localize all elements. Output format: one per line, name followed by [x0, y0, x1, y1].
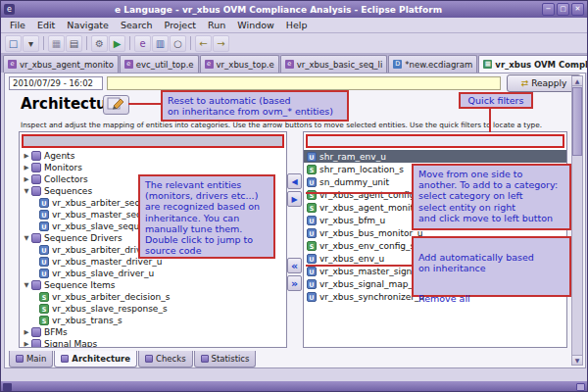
entity-label: shr_ram_env_u	[319, 152, 386, 162]
entity-filter-input[interactable]	[306, 134, 564, 148]
move-all-left-button[interactable]: «	[287, 258, 302, 273]
window-title: e Language - vr_xbus OVM Compliance Anal…	[17, 5, 540, 15]
collapse-icon[interactable]: ▼	[22, 187, 31, 195]
move-right-button[interactable]: ▶	[287, 191, 302, 207]
entity-label: vr_xbus_env_config_s	[319, 241, 415, 251]
menu-window[interactable]: Window	[231, 19, 279, 31]
search-icon[interactable]: ○	[170, 35, 186, 52]
file-icon: e	[8, 60, 17, 69]
title-bar[interactable]: e e Language - vr_xbus OVM Compliance An…	[1, 1, 587, 18]
expand-icon[interactable]: ▶	[22, 328, 31, 336]
analysis-message-field[interactable]	[107, 76, 501, 90]
tree-entity-row[interactable]: Svr_xbus_arbiter_decision_s	[20, 291, 286, 303]
menu-edit[interactable]: Edit	[31, 19, 61, 31]
editor-tab-vr-xbus-ovm-complian[interactable]: ▦vr_xbus OVM Complian✕	[478, 55, 588, 73]
editor-tab-vr-xbus-basic-seq-li[interactable]: evr_xbus_basic_seq_li	[280, 55, 388, 73]
reset-to-automatic-button[interactable]	[103, 95, 129, 115]
entity-label: vr_xbus_synchronizer_u	[319, 292, 424, 302]
reapply-label: Reapply	[531, 78, 566, 88]
tree-category-row[interactable]: ▶Signal Maps	[20, 338, 286, 348]
view-tab-checks[interactable]: Checks	[138, 351, 193, 368]
view-tab-main[interactable]: Main	[9, 351, 53, 368]
add-auto-note: Add automatically based on inheritance	[418, 252, 564, 273]
editor-tab-bar: evr_xbus_agent_monitoeevc_util_top.eevr_…	[1, 54, 587, 73]
print-icon[interactable]: ▤	[66, 35, 82, 52]
expand-icon[interactable]: ▶	[22, 175, 31, 183]
expand-icon[interactable]: ▶	[22, 164, 31, 172]
refresh-icon: ⇄	[521, 78, 529, 88]
build-icon[interactable]: ⚙	[91, 35, 108, 52]
category-label: Sequences	[44, 186, 92, 196]
menu-search[interactable]: Search	[115, 19, 159, 31]
category-icon	[31, 280, 41, 290]
add-remove-connector	[306, 265, 412, 267]
entity-type-icon: U	[39, 257, 49, 267]
run-icon[interactable]: ▶	[109, 35, 125, 52]
category-filter-input[interactable]	[22, 134, 284, 148]
collapse-icon[interactable]: ▼	[22, 281, 31, 289]
menu-project[interactable]: Project	[159, 19, 203, 31]
entity-type-icon: U	[39, 198, 49, 208]
toolbar-icons: □▾▦▤⚙▶e▥○←→	[1, 33, 587, 54]
list-item[interactable]: Ushr_ram_env_u	[304, 150, 566, 163]
expand-icon[interactable]: ▶	[22, 152, 31, 160]
tree-category-row[interactable]: ▼Sequence Items	[20, 279, 286, 291]
menu-file[interactable]: File	[4, 19, 31, 31]
menu-navigate[interactable]: Navigate	[61, 19, 115, 31]
reset-callout: Reset to automatic (based on inheritance…	[161, 90, 349, 122]
tree-entity-row[interactable]: Svr_xbus_slave_response_s	[20, 303, 286, 315]
entity-type-icon: U	[307, 177, 317, 187]
move-all-right-button[interactable]: »	[287, 275, 302, 291]
maximize-button[interactable]: ▢	[557, 3, 569, 16]
entity-type-icon: S	[307, 165, 317, 174]
scrollbar-down-icon[interactable]: ▼	[572, 355, 582, 365]
tree-category-row[interactable]: ▶Agents	[20, 150, 286, 162]
entity-type-icon: U	[39, 221, 49, 231]
resize-grip[interactable]	[576, 383, 585, 391]
editor-tab-vr-xbus-agent-monito[interactable]: evr_xbus_agent_monito	[3, 55, 119, 73]
category-icon	[31, 339, 41, 348]
close-button[interactable]: ✕	[571, 3, 584, 16]
entity-type-icon: U	[39, 245, 49, 255]
move-callout: Move from one side to another. To add to…	[412, 164, 571, 230]
tree-entity-row[interactable]: Svr_xbus_trans_s	[20, 315, 286, 326]
entity-type-icon: U	[39, 210, 49, 220]
quick-filters-callout: Quick filters	[459, 92, 533, 109]
tree-category-row[interactable]: ▶BFMs	[20, 326, 286, 338]
expand-icon[interactable]: ▶	[22, 340, 31, 348]
new-wizard-icon[interactable]: □	[5, 35, 22, 52]
save-icon[interactable]: ▦	[48, 35, 65, 52]
editor-tab-new-ecdiagram[interactable]: D*new.ecdiagram	[388, 55, 477, 73]
menu-bar: FileEditNavigateSearchProjectRunWindowHe…	[1, 18, 587, 33]
reapply-button[interactable]: ⇄ Reapply	[507, 74, 581, 92]
category-icon	[31, 174, 41, 184]
analysis-timestamp-field[interactable]: 2010/07/29 - 16:02	[9, 76, 103, 90]
scrollbar-thumb[interactable]	[572, 87, 582, 156]
new-diagram-icon[interactable]: ▥	[152, 35, 169, 52]
category-icon	[31, 233, 41, 243]
category-label: Sequence Drivers	[44, 233, 122, 243]
view-tab-statistics[interactable]: Statistics	[194, 351, 257, 368]
scrollbar-up-icon[interactable]: ▲	[572, 76, 582, 86]
minimize-button[interactable]: −	[542, 3, 555, 16]
collapse-icon[interactable]: ▼	[22, 234, 31, 242]
tree-category-row[interactable]: ▶Monitors	[20, 162, 286, 173]
entity-type-icon: U	[307, 216, 317, 225]
file-icon: D	[393, 60, 402, 69]
editor-tab-evc-util-top-e[interactable]: eevc_util_top.e	[120, 55, 199, 73]
move-left-button[interactable]: ◀	[287, 173, 302, 189]
view-tab-architecture[interactable]: Architecture	[54, 351, 137, 368]
menu-run[interactable]: Run	[202, 19, 231, 31]
app-icon: e	[4, 4, 15, 15]
dropdown-arrow-icon[interactable]: ▾	[23, 35, 39, 52]
new-e-file-icon[interactable]: e	[134, 35, 151, 52]
view-tab-label: Checks	[156, 354, 186, 364]
editor-tab-vr-xbus-top-e[interactable]: evr_xbus_top.e	[200, 55, 279, 73]
tree-entity-row[interactable]: Uvr_xbus_slave_driver_u	[20, 268, 286, 279]
forward-icon[interactable]: →	[213, 35, 229, 52]
view-tab-label: Main	[26, 354, 46, 364]
view-scrollbar[interactable]: ▲ ▼	[571, 75, 583, 366]
back-icon[interactable]: ←	[195, 35, 212, 52]
menu-help[interactable]: Help	[280, 19, 314, 31]
category-icon	[31, 151, 41, 161]
